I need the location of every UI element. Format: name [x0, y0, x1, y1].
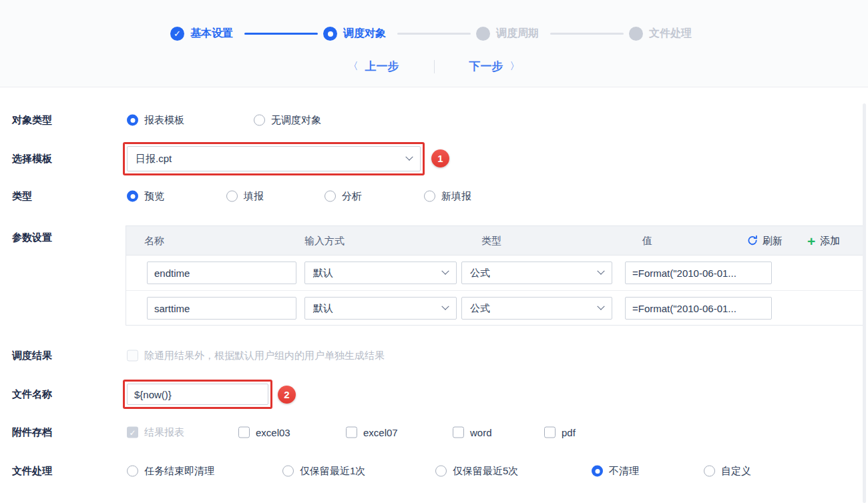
checkbox-icon[interactable]: [238, 427, 250, 438]
dot-circle-icon: [323, 27, 337, 41]
radio-icon[interactable]: [282, 466, 294, 477]
checkbox-label: word: [470, 427, 492, 438]
schedule-task-wizard: ✓ 基本设置 调度对象 调度周期 文件处理 〈 上一步: [0, 0, 868, 503]
param-value-input[interactable]: [625, 262, 772, 284]
checkbox-pdf[interactable]: pdf: [544, 427, 576, 438]
checkbox-label: excel07: [363, 427, 398, 438]
radio-icon[interactable]: [324, 191, 336, 202]
file-name-input[interactable]: [127, 384, 268, 405]
checkbox-icon: [127, 350, 138, 362]
radio-analysis[interactable]: 分析: [324, 190, 362, 203]
param-input-mode-select[interactable]: 默认: [304, 297, 457, 320]
schedule-result-checkbox-item: 除通用结果外，根据默认用户组内的用户单独生成结果: [127, 350, 385, 362]
radio-label: 不清理: [609, 465, 639, 478]
radio-preview[interactable]: 预览: [127, 190, 164, 203]
radio-fill-report[interactable]: 填报: [226, 190, 264, 203]
checkbox-icon[interactable]: [453, 427, 464, 438]
col-header-type: 类型: [481, 234, 501, 247]
params-table: 名称 输入方式 类型 值 刷新 + 添加 默认 公式: [126, 225, 863, 326]
step-label: 调度周期: [496, 27, 539, 41]
radio-label: 仅保留最近1次: [300, 465, 365, 478]
template-select[interactable]: 日报.cpt: [127, 146, 421, 171]
circle-icon: [629, 27, 643, 41]
nav-divider: [434, 60, 435, 73]
checkbox-word[interactable]: word: [453, 427, 492, 438]
template-label: 选择模板: [12, 153, 52, 165]
param-name-input[interactable]: [147, 297, 296, 320]
radio-new-fill-report[interactable]: 新填报: [424, 190, 471, 203]
radio-keep-last-5[interactable]: 仅保留最近5次: [435, 465, 518, 478]
step-label: 调度对象: [343, 27, 386, 41]
radio-report-template[interactable]: 报表模板: [127, 114, 184, 127]
chevron-down-icon: [441, 268, 449, 275]
param-row: 默认 公式: [126, 290, 863, 325]
checkbox-checked-icon: ✓: [127, 427, 138, 438]
radio-no-schedule-object[interactable]: 无调度对象: [254, 114, 321, 127]
step-file-handling: 文件处理: [629, 27, 698, 41]
radio-selected-icon[interactable]: [592, 466, 603, 477]
refresh-button[interactable]: 刷新: [747, 234, 783, 247]
stepper: ✓ 基本设置 调度对象 调度周期 文件处理: [0, 27, 868, 41]
radio-label: 新填报: [441, 190, 471, 203]
step-connector: [550, 33, 624, 35]
check-circle-icon: ✓: [170, 27, 184, 41]
radio-icon[interactable]: [254, 115, 265, 126]
radio-selected-icon[interactable]: [127, 115, 138, 126]
col-header-value: 值: [642, 234, 652, 247]
chevron-down-icon: [441, 303, 449, 310]
checkbox-icon[interactable]: [346, 427, 357, 438]
param-type-select[interactable]: 公式: [461, 297, 612, 320]
radio-label: 填报: [244, 190, 264, 203]
radio-icon[interactable]: [435, 466, 447, 477]
radio-custom[interactable]: 自定义: [704, 465, 751, 478]
param-type-select[interactable]: 公式: [461, 262, 612, 284]
step-connector: [397, 33, 471, 35]
radio-selected-icon[interactable]: [127, 191, 138, 202]
attachments-label: 附件存档: [12, 426, 52, 439]
param-input-mode-select[interactable]: 默认: [304, 262, 457, 284]
chevron-down-icon: [597, 268, 604, 275]
param-value-input[interactable]: [625, 297, 772, 320]
checkbox-label: pdf: [562, 427, 576, 438]
prev-step-button[interactable]: 〈 上一步: [349, 59, 399, 74]
radio-icon[interactable]: [127, 466, 138, 477]
template-select-value: 日报.cpt: [136, 153, 172, 165]
checkbox-label: excel03: [256, 427, 290, 438]
radio-keep-last-1[interactable]: 仅保留最近1次: [282, 465, 365, 478]
annotation-badge-2: 2: [278, 386, 296, 404]
radio-icon[interactable]: [704, 466, 715, 477]
circle-icon: [476, 27, 490, 41]
wizard-header: ✓ 基本设置 调度对象 调度周期 文件处理 〈 上一步: [0, 0, 868, 87]
select-value: 公式: [470, 302, 490, 315]
radio-label: 无调度对象: [271, 114, 321, 127]
refresh-label: 刷新: [763, 234, 783, 247]
add-param-button[interactable]: + 添加: [807, 233, 840, 247]
param-row: 默认 公式: [126, 256, 863, 290]
select-value: 默认: [313, 302, 333, 315]
radio-clean-on-finish[interactable]: 任务结束即清理: [127, 465, 214, 478]
scrollbar[interactable]: [863, 103, 866, 503]
checkbox-icon[interactable]: [544, 427, 556, 438]
refresh-icon: [747, 235, 758, 246]
checkbox-label: 除通用结果外，根据默认用户组内的用户单独生成结果: [144, 350, 385, 362]
checkbox-excel03[interactable]: excel03: [238, 427, 290, 438]
radio-label: 报表模板: [144, 114, 184, 127]
radio-no-clean[interactable]: 不清理: [592, 465, 639, 478]
params-table-header: 名称 输入方式 类型 值 刷新 + 添加: [126, 226, 863, 256]
radio-label: 任务结束即清理: [144, 465, 214, 478]
object-type-label: 对象类型: [12, 114, 52, 127]
step-schedule-object[interactable]: 调度对象: [323, 27, 392, 41]
param-name-input[interactable]: [147, 262, 296, 284]
next-step-button[interactable]: 下一步 〉: [469, 59, 520, 74]
prev-step-label: 上一步: [365, 59, 399, 74]
radio-icon[interactable]: [226, 191, 238, 202]
radio-label: 自定义: [721, 465, 751, 478]
step-basic-settings[interactable]: ✓ 基本设置: [170, 27, 239, 41]
step-schedule-cycle: 调度周期: [476, 27, 545, 41]
chevron-down-icon: [597, 303, 604, 310]
select-value: 默认: [313, 267, 333, 280]
schedule-result-label: 调度结果: [12, 350, 52, 362]
col-header-input-mode: 输入方式: [304, 234, 345, 247]
checkbox-excel07[interactable]: excel07: [346, 427, 398, 438]
radio-icon[interactable]: [424, 191, 435, 202]
